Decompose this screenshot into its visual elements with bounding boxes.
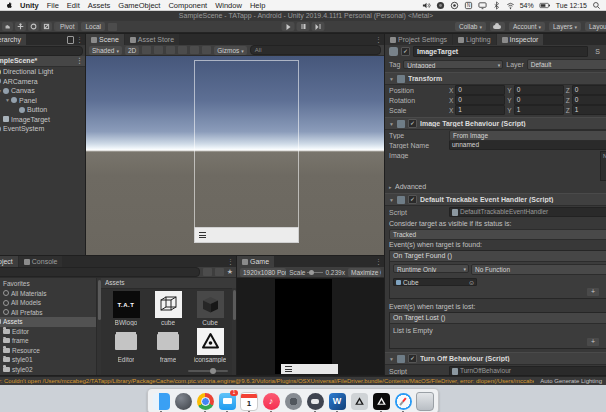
hierarchy-item[interactable]: ▼ ImageTarget: [0, 115, 85, 125]
type-dropdown[interactable]: From Image▾: [449, 130, 606, 141]
project-search-input[interactable]: [0, 267, 200, 277]
asset-item[interactable]: cube: [147, 291, 189, 326]
foldout-icon[interactable]: ▼: [389, 197, 394, 203]
y-field[interactable]: 1: [514, 105, 564, 115]
project-tree-item[interactable]: ▼ style02: [0, 365, 96, 375]
hierarchy-item[interactable]: ▼ Canvas: [0, 86, 85, 96]
project-tree-item[interactable]: ▼ Assets: [0, 317, 96, 327]
project-tree-item[interactable]: ▼ style01: [0, 355, 96, 365]
project-tree-item[interactable]: ▼ style03: [0, 374, 96, 375]
asset-item[interactable]: frame: [147, 328, 189, 363]
project-tree-item[interactable]: ▼ All Materials: [0, 289, 96, 299]
grid-snap-icon[interactable]: [108, 23, 117, 31]
status-dropdown[interactable]: Tracked▾: [389, 229, 606, 240]
2d-toggle[interactable]: 2D: [125, 46, 139, 55]
scene-header-row[interactable]: SampleScene* ⋮: [0, 56, 85, 67]
Calendar[interactable]: 1: [240, 392, 258, 410]
z-field[interactable]: 1: [572, 105, 606, 115]
display-icon[interactable]: [478, 1, 487, 10]
menu-file[interactable]: File: [47, 1, 59, 10]
move-tool-button[interactable]: [15, 22, 26, 31]
expander-icon[interactable]: ▼: [0, 88, 2, 94]
tab-game[interactable]: Game: [237, 256, 274, 267]
scene-panel-menu-icon[interactable]: ⋮: [375, 34, 382, 45]
project-tree-item[interactable]: ▼ All Models: [0, 298, 96, 308]
auto-generate-lighting-label[interactable]: Auto Generate Lighting: [534, 377, 602, 385]
scale-tool-button[interactable]: [41, 22, 52, 31]
menu-component[interactable]: Component: [168, 1, 207, 10]
grid-scrollbar[interactable]: [232, 288, 236, 375]
menu-edit[interactable]: Edit: [67, 1, 80, 10]
tab-project-settings[interactable]: Project Settings: [385, 34, 452, 45]
transform-component-header[interactable]: ▼ Transform ?: [385, 72, 606, 85]
z-field[interactable]: 0: [572, 95, 606, 105]
camera-settings-icon[interactable]: [202, 46, 211, 54]
active-checkbox[interactable]: ✓: [401, 47, 410, 56]
volume-icon[interactable]: [422, 1, 431, 10]
image-target-behaviour-header[interactable]: ▼ ✓ Image Target Behaviour (Script) ?: [385, 117, 606, 130]
asset-item[interactable]: Cube: [189, 291, 231, 326]
add-event-button[interactable]: +: [587, 338, 599, 346]
component-tools-icon[interactable]: [190, 46, 199, 54]
bluetooth-icon[interactable]: [492, 1, 501, 10]
tag-dropdown[interactable]: Untagged▾: [403, 60, 503, 69]
tab-hierarchy[interactable]: Hierarchy: [0, 34, 26, 45]
tab-console[interactable]: Console: [19, 256, 63, 267]
foldout-icon[interactable]: ▼: [389, 121, 394, 127]
hierarchy-menu-icon[interactable]: ⋮: [76, 34, 83, 45]
Discord[interactable]: [306, 392, 324, 410]
x-field[interactable]: 0: [455, 85, 505, 95]
maximize-on-play-toggle[interactable]: Maximize On Play: [348, 268, 381, 277]
scene-viewport[interactable]: [86, 56, 384, 255]
wifi-icon[interactable]: [506, 1, 515, 10]
function-dropdown[interactable]: No Function: [471, 264, 606, 275]
hierarchy-item[interactable]: ▼ Directional Light: [0, 67, 85, 77]
tab-asset-store[interactable]: Asset Store: [125, 34, 179, 45]
scale-slider[interactable]: [307, 272, 323, 273]
apple-icon[interactable]: [5, 1, 13, 9]
asset-item[interactable]: T.A.T BWlogo: [105, 291, 147, 326]
component-enabled-checkbox[interactable]: ✓: [408, 119, 417, 128]
pause-button[interactable]: [297, 22, 310, 31]
effects-dropdown-icon[interactable]: [166, 46, 175, 54]
type-filter-icon[interactable]: [203, 268, 212, 276]
event-target-object-field[interactable]: Cube⊙: [393, 278, 477, 286]
add-event-button[interactable]: +: [587, 288, 599, 296]
script-reference-field[interactable]: DefaultTrackableEventHandler: [449, 207, 606, 217]
menu-unity[interactable]: Unity: [20, 1, 39, 10]
Chrome[interactable]: [196, 392, 214, 410]
foldout-icon[interactable]: ▼: [389, 76, 394, 82]
Launchpad[interactable]: [174, 392, 192, 410]
draw-mode-dropdown[interactable]: Shaded▾: [89, 46, 122, 55]
menu-window[interactable]: Window: [215, 1, 242, 10]
spotlight-icon[interactable]: [592, 1, 601, 10]
Finder[interactable]: [152, 392, 170, 410]
foldout-icon[interactable]: ▼: [389, 356, 394, 362]
menu-assets[interactable]: Assets: [88, 1, 111, 10]
Unity Hub[interactable]: [350, 392, 368, 410]
menubar-clock[interactable]: Tue 12:15: [556, 2, 587, 9]
y-field[interactable]: 0: [514, 85, 564, 95]
gameobject-cube-icon[interactable]: [389, 47, 398, 56]
Safari[interactable]: [394, 392, 412, 410]
asset-item[interactable]: iconsample: [189, 328, 231, 363]
script-reference-field[interactable]: TurnOffBehaviour: [449, 366, 606, 375]
static-label[interactable]: S: [595, 48, 600, 55]
layer-dropdown[interactable]: Default▾: [527, 59, 606, 70]
tab-scene[interactable]: Scene: [86, 34, 124, 45]
scene-menu-icon[interactable]: ⋮: [76, 56, 83, 66]
target-name-field[interactable]: unnamed: [449, 140, 606, 150]
local-toggle[interactable]: Local: [81, 22, 105, 31]
Music[interactable]: ♪: [262, 392, 280, 410]
z-field[interactable]: 0: [572, 85, 606, 95]
menu-help[interactable]: Help: [250, 1, 265, 10]
scale-slider-knob[interactable]: [309, 270, 314, 275]
game-panel-menu-icon[interactable]: ⋮: [375, 256, 382, 267]
x-field[interactable]: 0: [455, 95, 505, 105]
account-dropdown[interactable]: Account▾: [509, 22, 545, 31]
gameobject-name-field[interactable]: ImageTarget: [413, 46, 588, 57]
project-tree-item[interactable]: ▼ All Prefabs: [0, 308, 96, 318]
Trash[interactable]: [416, 392, 434, 410]
System Preferences[interactable]: [284, 392, 302, 410]
step-button[interactable]: [312, 22, 325, 31]
